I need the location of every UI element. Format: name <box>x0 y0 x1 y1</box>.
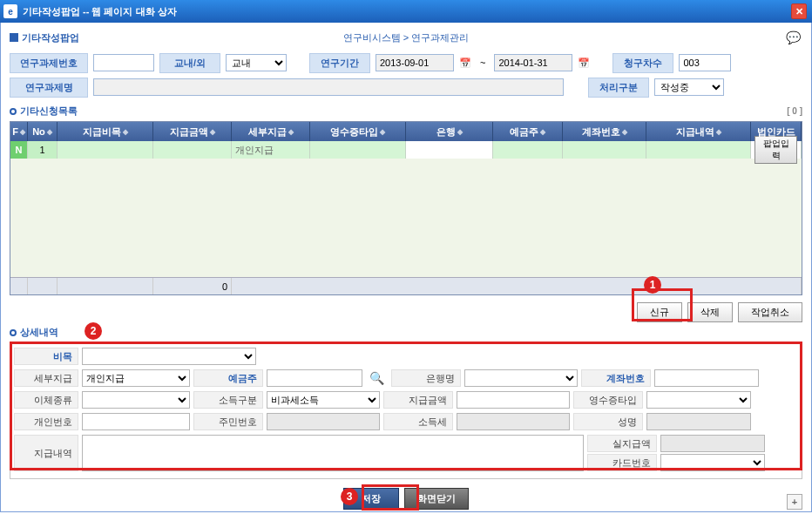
ssn-label: 주민번호 <box>193 413 263 430</box>
period-label: 연구기간 <box>309 53 370 73</box>
ssn-input <box>267 413 380 430</box>
col-card[interactable]: 법인카드 <box>751 122 802 141</box>
amount-input[interactable] <box>457 391 570 409</box>
cell-amount <box>153 141 232 159</box>
name-label: 성명 <box>573 413 643 430</box>
annotation-badge-1: 1 <box>644 276 661 294</box>
cell-desc <box>646 141 751 159</box>
real-amount-input <box>660 435 765 452</box>
project-no-label: 연구과제번호 <box>10 53 88 73</box>
request-grid: F◆ No◆ 지급비목◆ 지급금액◆ 세부지급◆ 영수증타입◆ 은행◆ 예금주◆… <box>10 121 802 295</box>
card-no-label: 카드번호 <box>587 454 657 471</box>
cell-detail: 개인지급 <box>232 141 310 159</box>
grid-header: F◆ No◆ 지급비목◆ 지급금액◆ 세부지급◆ 영수증타입◆ 은행◆ 예금주◆… <box>10 122 802 141</box>
item-select[interactable] <box>82 348 256 365</box>
item-label: 비목 <box>14 348 78 365</box>
account-label: 계좌번호 <box>581 369 651 387</box>
income-type-select[interactable]: 비과세소득 <box>267 391 380 409</box>
project-name-label: 연구과제명 <box>10 78 88 98</box>
tilde: ~ <box>477 57 489 68</box>
tax-label: 소득세 <box>383 413 453 430</box>
tax-input <box>457 413 570 430</box>
holder-label: 예금주 <box>193 369 263 387</box>
section-bullet-icon <box>10 108 17 115</box>
detail-section-title: 상세내역 <box>20 326 58 339</box>
col-holder[interactable]: 예금주◆ <box>493 122 563 141</box>
col-amount[interactable]: 지급금액◆ <box>153 122 232 141</box>
receipt-type-label: 영수증타입 <box>573 391 643 409</box>
close-icon: ✕ <box>795 6 803 17</box>
breadcrumb: 연구비시스템 > 연구과제관리 <box>343 31 470 44</box>
col-item[interactable]: 지급비목◆ <box>58 122 153 141</box>
person-no-input[interactable] <box>82 413 190 430</box>
period-to-input <box>494 54 572 71</box>
annotation-badge-2: 2 <box>85 322 102 340</box>
cell-holder <box>493 141 563 159</box>
col-f[interactable]: F◆ <box>10 122 28 141</box>
list-section-title: 기타신청목록 <box>20 105 78 118</box>
col-bank[interactable]: 은행◆ <box>406 122 493 141</box>
account-input[interactable] <box>654 369 759 387</box>
col-receipt[interactable]: 영수증타입◆ <box>310 122 406 141</box>
search-icon[interactable]: 🔍 <box>366 371 388 385</box>
status-label: 처리구분 <box>588 78 649 98</box>
receipt-type-select[interactable] <box>646 391 751 409</box>
holder-input[interactable] <box>267 369 362 387</box>
window-titlebar: e 기타작성팝업 -- 웹 페이지 대화 상자 ✕ <box>0 0 812 23</box>
calendar-icon[interactable]: 📅 <box>578 57 590 69</box>
new-button[interactable]: 신규 <box>637 302 682 322</box>
delete-button[interactable]: 삭제 <box>687 302 733 322</box>
window-close-button[interactable]: ✕ <box>791 3 807 19</box>
calendar-icon[interactable]: 📅 <box>459 57 471 69</box>
status-select[interactable]: 작성중 <box>654 78 724 96</box>
cell-receipt <box>310 141 406 159</box>
ie-icon: e <box>3 4 17 18</box>
desc-textarea[interactable] <box>82 435 584 471</box>
campus-select[interactable]: 교내 <box>226 54 287 71</box>
list-count: [ 0 ] <box>787 106 802 116</box>
income-type-label: 소득구분 <box>193 391 263 409</box>
name-input <box>646 413 751 430</box>
bill-seq-input[interactable] <box>679 54 731 71</box>
cell-account <box>563 141 646 159</box>
footer-amount-total: 0 <box>153 278 232 294</box>
card-no-select[interactable] <box>660 454 765 471</box>
close-screen-button[interactable]: 화면닫기 <box>404 488 469 510</box>
bill-seq-label: 청구차수 <box>612 53 673 73</box>
cell-item <box>58 141 153 159</box>
real-amount-label: 실지급액 <box>587 435 657 452</box>
detail-form: 비목 세부지급 개인지급 예금주 🔍 은행명 계좌번호 이체종류 소득구분 비과… <box>10 342 802 479</box>
col-desc[interactable]: 지급내역◆ <box>646 122 751 141</box>
col-no[interactable]: No◆ <box>28 122 58 141</box>
project-no-input[interactable] <box>93 54 154 71</box>
cell-flag: N <box>10 141 28 159</box>
transfer-label: 이체종류 <box>14 391 78 409</box>
bank-select[interactable] <box>464 369 578 387</box>
page-title: 기타작성팝업 <box>22 31 79 44</box>
table-row[interactable]: N 1 개인지급 팝업입력 <box>10 141 802 159</box>
grid-footer: 0 <box>10 277 802 294</box>
window-title: 기타작성팝업 -- 웹 페이지 대화 상자 <box>23 5 177 18</box>
transfer-select[interactable] <box>82 391 190 409</box>
cancel-button[interactable]: 작업취소 <box>738 302 802 322</box>
cell-no: 1 <box>28 141 58 159</box>
title-bullet-icon <box>10 33 18 42</box>
col-account[interactable]: 계좌번호◆ <box>563 122 646 141</box>
comment-icon[interactable]: 💬 <box>786 30 801 44</box>
sub-pay-select[interactable]: 개인지급 <box>82 369 190 387</box>
sub-pay-label: 세부지급 <box>14 369 78 387</box>
campus-label: 교내/외 <box>159 53 220 73</box>
period-from-input <box>376 54 454 71</box>
bank-label: 은행명 <box>391 369 461 387</box>
amount-label: 지급금액 <box>383 391 453 409</box>
person-no-label: 개인번호 <box>14 413 78 430</box>
col-detail[interactable]: 세부지급◆ <box>232 122 310 141</box>
cell-bank <box>406 141 493 159</box>
cell-card: 팝업입력 <box>751 141 802 159</box>
annotation-badge-3: 3 <box>341 488 358 505</box>
expand-button[interactable]: + <box>787 494 802 510</box>
project-name-input <box>93 78 564 96</box>
section-bullet-icon <box>10 329 17 336</box>
desc-label: 지급내역 <box>14 435 78 471</box>
